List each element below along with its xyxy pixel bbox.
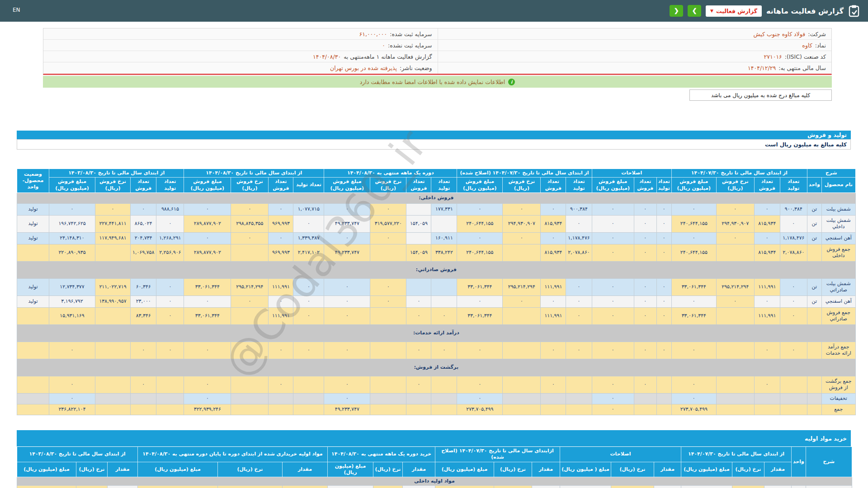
raw-materials-table: شرحواحداز ابتدای سال مالی تا تاریخ ۱۴۰۴/… (17, 446, 852, 488)
value-cell (431, 215, 457, 232)
column-header: تعداد تولید (566, 178, 592, 193)
value-cell: تن (792, 486, 806, 488)
value-cell (656, 393, 671, 404)
column-header: مبلغ (میلیون ریال) (138, 462, 218, 477)
value-cell (406, 203, 431, 215)
value-cell (156, 376, 184, 393)
value-cell: ۸۱۵,۹۳۴ (754, 244, 780, 261)
value-cell (716, 342, 754, 359)
value-cell (503, 307, 541, 324)
value-cell: ۰ (754, 203, 780, 215)
value-cell: ۲۴۰,۶۴۴,۱۵۵ (671, 215, 716, 232)
column-group-header: از ابتدای سال مالی تا تاریخ ۱۴۰۴/۰۸/۳۰ (184, 169, 324, 178)
value-cell: ۱۵,۹۳۱,۱۶۹ (49, 307, 95, 324)
value-cell: ۰ (634, 278, 656, 296)
row-label-cell: شمش بیلت صادراتي (821, 278, 855, 296)
value-cell: ۰ (634, 307, 656, 324)
amounts-note-box: کلیه مبالغ درج شده به میلیون ریال می باش… (689, 89, 832, 101)
value-cell: ۱,۱۷۸,۴۷۶ (780, 232, 807, 244)
value-cell: ۰ (324, 376, 370, 393)
value-cell (131, 393, 156, 404)
value-cell: ۰ (184, 342, 231, 359)
value-cell: ۹۶۹,۹۹۳ (269, 244, 293, 261)
value-cell: ۳۳,۰۶۱,۳۴۴ (184, 307, 231, 324)
language-toggle-en[interactable]: EN (13, 7, 20, 13)
value-cell: ۰ (324, 307, 370, 324)
report-type-dropdown[interactable]: گزارش فعالیت ▼ (706, 5, 762, 17)
value-cell: ۳۳,۰۶۱,۳۴۴ (457, 307, 503, 324)
table-row: آهن اسفنجيتن۰۰۰۰۰۰۰۰۰۰۰۰۰۰۰۰۰۰۰۲۳,۰۰۰۱۳۸… (17, 296, 856, 307)
value-cell: ۰ (324, 342, 370, 359)
column-header: مبلغ فروش (میلیون ریال) (49, 178, 95, 193)
company-info-cell: سرمایه ثبت نشده:۰ (43, 40, 438, 51)
column-header: نرخ فروش (ریال) (503, 178, 541, 193)
value-cell: ۰ (592, 376, 634, 393)
column-header: نرخ فروش (ریال) (95, 178, 131, 193)
value-cell (95, 404, 131, 415)
value-cell (406, 404, 431, 415)
value-cell: ۰ (671, 203, 716, 215)
value-cell: ۰ (671, 393, 716, 404)
value-cell: ۱۳۸,۹۹۰,۹۵۷ (95, 296, 131, 307)
value-cell: ۱,۳۳۹,۳۸۷ (293, 232, 324, 244)
column-header: تعداد فروش (541, 178, 566, 193)
value-cell: ۲۲۷,۴۴۱,۸۱۱ (95, 215, 131, 232)
value-cell: ۰ (566, 215, 592, 232)
section-row-label: برگشت از فروش: (17, 359, 856, 376)
value-cell (503, 244, 541, 261)
value-cell: ۹۶۹,۹۹۳ (269, 215, 293, 232)
value-cell (17, 244, 49, 261)
section-row-label: مواد اولیه داخلی (17, 477, 852, 486)
value-cell: ۰ (780, 342, 807, 359)
value-cell: ۳۳,۰۶۱,۳۴۴ (184, 278, 231, 296)
value-cell: ۰ (592, 215, 634, 232)
value-cell: ۰ (566, 278, 592, 296)
column-header: نرخ فروش (ریال) (370, 178, 406, 193)
value-cell: ۶۰,۵۹۸,۳۷۶ (76, 486, 108, 488)
table-row: شمش بیلت صادراتيتن۰۱۱۱,۹۹۱۲۹۵,۲۱۴,۲۹۴۳۳,… (17, 278, 856, 296)
info-value: فولاد کاوه جنوب کیش (753, 31, 805, 38)
section-header-raw-materials: خرید مواد اولیه (17, 430, 851, 446)
value-cell (656, 404, 671, 415)
value-cell (780, 376, 807, 393)
value-cell: تن (807, 215, 821, 232)
info-label: سال مالی منتهی به: (778, 65, 826, 71)
value-cell: ۰ (457, 296, 503, 307)
value-cell: ۰ (634, 296, 656, 307)
chevron-down-icon: ▼ (710, 9, 713, 13)
value-cell (406, 232, 431, 244)
value-cell: ۰ (231, 296, 269, 307)
value-cell (17, 342, 49, 359)
value-cell: ۰ (503, 203, 541, 215)
value-cell: ۰ (503, 232, 541, 244)
value-cell: ۰ (656, 203, 671, 215)
column-header: نرخ (ریال) (373, 462, 403, 477)
value-cell (566, 404, 592, 415)
value-cell: ۰ (566, 296, 592, 307)
value-cell: ۰ (49, 342, 95, 359)
value-cell: ۹۸۸,۶۱۵ (156, 203, 184, 215)
value-cell: ۰ (370, 232, 406, 244)
column-header: تعداد تولید (431, 178, 457, 193)
value-cell: ۰ (634, 232, 656, 244)
value-cell (780, 404, 807, 415)
value-cell: ۰ (269, 376, 293, 393)
value-cell (231, 342, 269, 359)
value-cell: ۱۱۱,۹۹۱ (754, 307, 780, 324)
next-report-button[interactable]: ❯ (688, 5, 701, 17)
previous-report-button[interactable]: ❮ (670, 5, 683, 17)
value-cell: ۰ (269, 296, 293, 307)
value-cell: ۲,۰۷۸,۸۶۰ (566, 244, 592, 261)
value-cell: ۰ (156, 307, 184, 324)
value-cell (406, 278, 431, 296)
value-cell (370, 342, 406, 359)
value-cell: ۰ (49, 376, 95, 393)
column-header: مبلغ (میلیون ریال) (681, 462, 732, 477)
table-row: جمع برگشت از فروش۰۰۰۰۰۰۰۰۰۰۰۰ (17, 376, 856, 393)
info-value: ۶۱,۰۰۰,۰۰۰ (359, 31, 387, 38)
company-info-table: شرکت:فولاد کاوه جنوب کیشسرمایه ثبت شده:۶… (43, 28, 832, 75)
value-cell: ۰ (370, 203, 406, 215)
value-cell: ۹۰۰,۳۸۴ (566, 203, 592, 215)
column-group-header: اصلاحات (560, 447, 681, 462)
value-cell (807, 307, 821, 324)
